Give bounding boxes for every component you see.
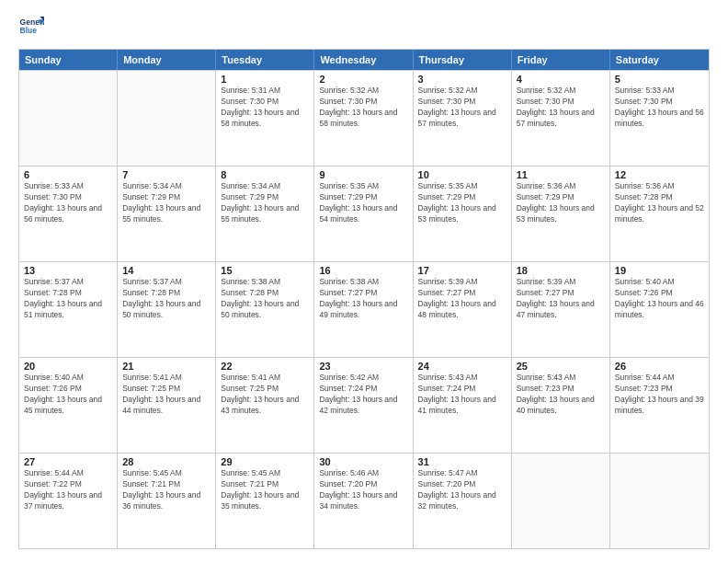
day-number: 21 — [122, 361, 210, 372]
day-info: Sunrise: 5:34 AM Sunset: 7:29 PM Dayligh… — [221, 181, 309, 225]
calendar-cell: 5Sunrise: 5:33 AM Sunset: 7:30 PM Daylig… — [610, 71, 709, 166]
day-number: 11 — [517, 169, 605, 180]
calendar-cell: 13Sunrise: 5:37 AM Sunset: 7:28 PM Dayli… — [19, 262, 118, 357]
calendar-cell — [19, 71, 118, 166]
calendar-cell: 6Sunrise: 5:33 AM Sunset: 7:30 PM Daylig… — [19, 167, 118, 261]
header: General Blue — [18, 14, 710, 40]
day-info: Sunrise: 5:33 AM Sunset: 7:30 PM Dayligh… — [615, 86, 704, 130]
day-number: 9 — [319, 169, 407, 180]
calendar-cell: 29Sunrise: 5:45 AM Sunset: 7:21 PM Dayli… — [216, 454, 314, 548]
calendar-cell — [118, 71, 216, 166]
weekday-header: Friday — [512, 50, 610, 70]
calendar-cell: 26Sunrise: 5:44 AM Sunset: 7:23 PM Dayli… — [610, 358, 709, 453]
calendar-cell: 17Sunrise: 5:39 AM Sunset: 7:27 PM Dayli… — [414, 262, 512, 357]
day-info: Sunrise: 5:37 AM Sunset: 7:28 PM Dayligh… — [24, 277, 112, 321]
day-info: Sunrise: 5:32 AM Sunset: 7:30 PM Dayligh… — [517, 86, 605, 130]
day-number: 6 — [24, 169, 112, 180]
day-info: Sunrise: 5:40 AM Sunset: 7:26 PM Dayligh… — [24, 373, 112, 417]
calendar-row: 1Sunrise: 5:31 AM Sunset: 7:30 PM Daylig… — [19, 70, 709, 166]
day-info: Sunrise: 5:45 AM Sunset: 7:21 PM Dayligh… — [122, 468, 210, 512]
day-info: Sunrise: 5:40 AM Sunset: 7:26 PM Dayligh… — [615, 277, 704, 321]
calendar-cell: 21Sunrise: 5:41 AM Sunset: 7:25 PM Dayli… — [118, 358, 216, 453]
day-number: 4 — [517, 74, 605, 85]
day-number: 13 — [24, 265, 112, 276]
day-number: 29 — [221, 456, 309, 467]
day-number: 10 — [418, 169, 506, 180]
day-number: 15 — [221, 265, 309, 276]
day-number: 1 — [221, 74, 309, 85]
day-info: Sunrise: 5:35 AM Sunset: 7:29 PM Dayligh… — [319, 181, 407, 225]
day-info: Sunrise: 5:41 AM Sunset: 7:25 PM Dayligh… — [221, 373, 309, 417]
calendar-cell: 9Sunrise: 5:35 AM Sunset: 7:29 PM Daylig… — [314, 167, 413, 261]
day-number: 26 — [615, 361, 704, 372]
day-number: 19 — [615, 265, 704, 276]
weekday-header: Thursday — [414, 50, 512, 70]
day-number: 27 — [24, 456, 112, 467]
day-info: Sunrise: 5:43 AM Sunset: 7:24 PM Dayligh… — [418, 373, 506, 417]
day-info: Sunrise: 5:44 AM Sunset: 7:22 PM Dayligh… — [24, 468, 112, 512]
day-number: 2 — [319, 74, 407, 85]
calendar-cell: 12Sunrise: 5:36 AM Sunset: 7:28 PM Dayli… — [610, 167, 709, 261]
calendar-cell: 27Sunrise: 5:44 AM Sunset: 7:22 PM Dayli… — [19, 454, 118, 548]
calendar-cell: 7Sunrise: 5:34 AM Sunset: 7:29 PM Daylig… — [118, 167, 216, 261]
calendar-cell: 3Sunrise: 5:32 AM Sunset: 7:30 PM Daylig… — [414, 71, 512, 166]
calendar-cell: 18Sunrise: 5:39 AM Sunset: 7:27 PM Dayli… — [512, 262, 610, 357]
calendar-cell: 25Sunrise: 5:43 AM Sunset: 7:23 PM Dayli… — [512, 358, 610, 453]
day-number: 24 — [418, 361, 506, 372]
day-info: Sunrise: 5:47 AM Sunset: 7:20 PM Dayligh… — [418, 468, 506, 512]
day-number: 17 — [418, 265, 506, 276]
day-info: Sunrise: 5:39 AM Sunset: 7:27 PM Dayligh… — [517, 277, 605, 321]
day-number: 22 — [221, 361, 309, 372]
logo: General Blue — [18, 14, 44, 40]
calendar-cell: 2Sunrise: 5:32 AM Sunset: 7:30 PM Daylig… — [314, 71, 413, 166]
day-info: Sunrise: 5:36 AM Sunset: 7:28 PM Dayligh… — [615, 181, 704, 225]
calendar-cell: 31Sunrise: 5:47 AM Sunset: 7:20 PM Dayli… — [414, 454, 512, 548]
day-number: 14 — [122, 265, 210, 276]
calendar-row: 20Sunrise: 5:40 AM Sunset: 7:26 PM Dayli… — [19, 357, 709, 453]
calendar-cell: 10Sunrise: 5:35 AM Sunset: 7:29 PM Dayli… — [414, 167, 512, 261]
day-info: Sunrise: 5:31 AM Sunset: 7:30 PM Dayligh… — [221, 86, 309, 130]
weekday-header: Sunday — [19, 50, 118, 70]
calendar-cell: 23Sunrise: 5:42 AM Sunset: 7:24 PM Dayli… — [314, 358, 413, 453]
day-info: Sunrise: 5:36 AM Sunset: 7:29 PM Dayligh… — [517, 181, 605, 225]
calendar-cell: 15Sunrise: 5:38 AM Sunset: 7:28 PM Dayli… — [216, 262, 314, 357]
calendar-row: 6Sunrise: 5:33 AM Sunset: 7:30 PM Daylig… — [19, 166, 709, 261]
svg-text:Blue: Blue — [20, 26, 38, 35]
day-info: Sunrise: 5:32 AM Sunset: 7:30 PM Dayligh… — [319, 86, 407, 130]
weekday-header: Monday — [118, 50, 216, 70]
calendar-cell: 20Sunrise: 5:40 AM Sunset: 7:26 PM Dayli… — [19, 358, 118, 453]
calendar-cell: 19Sunrise: 5:40 AM Sunset: 7:26 PM Dayli… — [610, 262, 709, 357]
day-info: Sunrise: 5:44 AM Sunset: 7:23 PM Dayligh… — [615, 373, 704, 417]
day-number: 23 — [319, 361, 407, 372]
calendar-body: 1Sunrise: 5:31 AM Sunset: 7:30 PM Daylig… — [19, 70, 709, 548]
day-number: 12 — [615, 169, 704, 180]
calendar-header: SundayMondayTuesdayWednesdayThursdayFrid… — [19, 50, 709, 70]
day-info: Sunrise: 5:32 AM Sunset: 7:30 PM Dayligh… — [418, 86, 506, 130]
calendar-cell: 30Sunrise: 5:46 AM Sunset: 7:20 PM Dayli… — [314, 454, 413, 548]
day-info: Sunrise: 5:46 AM Sunset: 7:20 PM Dayligh… — [319, 468, 407, 512]
day-number: 3 — [418, 74, 506, 85]
day-info: Sunrise: 5:45 AM Sunset: 7:21 PM Dayligh… — [221, 468, 309, 512]
calendar-cell: 16Sunrise: 5:38 AM Sunset: 7:27 PM Dayli… — [314, 262, 413, 357]
day-number: 20 — [24, 361, 112, 372]
day-info: Sunrise: 5:38 AM Sunset: 7:28 PM Dayligh… — [221, 277, 309, 321]
calendar-cell: 24Sunrise: 5:43 AM Sunset: 7:24 PM Dayli… — [414, 358, 512, 453]
day-number: 16 — [319, 265, 407, 276]
day-info: Sunrise: 5:38 AM Sunset: 7:27 PM Dayligh… — [319, 277, 407, 321]
calendar-cell: 11Sunrise: 5:36 AM Sunset: 7:29 PM Dayli… — [512, 167, 610, 261]
day-number: 5 — [615, 74, 704, 85]
calendar-cell — [610, 454, 709, 548]
day-number: 28 — [122, 456, 210, 467]
calendar-page: General Blue SundayMondayTuesdayWednesda… — [0, 0, 728, 563]
calendar-row: 13Sunrise: 5:37 AM Sunset: 7:28 PM Dayli… — [19, 261, 709, 357]
calendar-row: 27Sunrise: 5:44 AM Sunset: 7:22 PM Dayli… — [19, 453, 709, 548]
day-info: Sunrise: 5:35 AM Sunset: 7:29 PM Dayligh… — [418, 181, 506, 225]
calendar-cell: 1Sunrise: 5:31 AM Sunset: 7:30 PM Daylig… — [216, 71, 314, 166]
calendar-cell: 8Sunrise: 5:34 AM Sunset: 7:29 PM Daylig… — [216, 167, 314, 261]
day-number: 18 — [517, 265, 605, 276]
day-info: Sunrise: 5:37 AM Sunset: 7:28 PM Dayligh… — [122, 277, 210, 321]
day-info: Sunrise: 5:39 AM Sunset: 7:27 PM Dayligh… — [418, 277, 506, 321]
calendar-cell: 14Sunrise: 5:37 AM Sunset: 7:28 PM Dayli… — [118, 262, 216, 357]
calendar-cell: 22Sunrise: 5:41 AM Sunset: 7:25 PM Dayli… — [216, 358, 314, 453]
day-info: Sunrise: 5:41 AM Sunset: 7:25 PM Dayligh… — [122, 373, 210, 417]
